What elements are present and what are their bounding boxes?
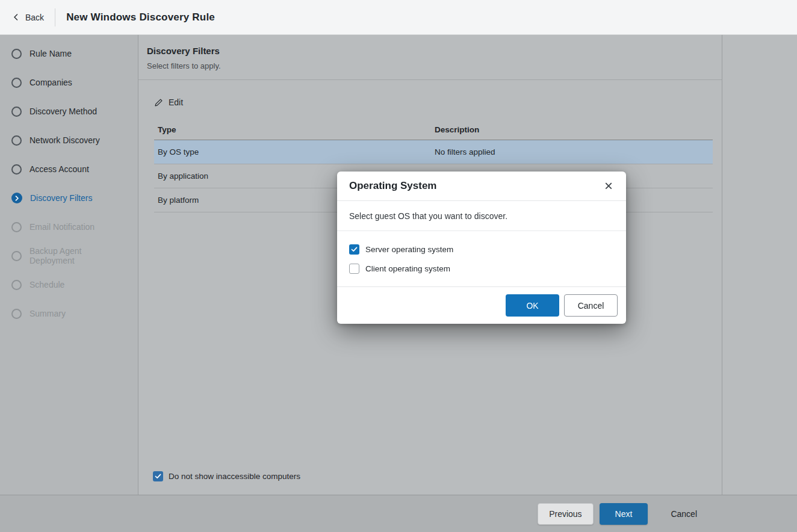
checkbox-unchecked-icon [349,264,359,274]
ok-button[interactable]: OK [506,294,559,317]
table-row-by-os-type[interactable]: By OS type No filters applied [154,140,713,164]
checkbox-label: Do not show inaccessible computers [169,472,300,481]
step-label: Discovery Method [29,107,97,116]
client-os-checkbox[interactable]: Client operating system [349,259,450,278]
option-label: Server operating system [365,245,453,254]
wizard-sidebar: Rule Name Companies Discovery Method Net… [0,35,138,495]
back-button[interactable]: Back [12,13,44,22]
sidebar-item-discovery-method[interactable]: Discovery Method [0,97,138,126]
step-circle-icon [11,251,22,261]
edit-button[interactable]: Edit [154,94,183,110]
sidebar-item-email-notification: Email Notification [0,212,138,241]
step-circle-icon [11,164,22,175]
previous-button[interactable]: Previous [538,503,593,525]
section-subtitle: Select filters to apply. [147,61,710,70]
step-label: Email Notification [29,222,95,232]
dialog-footer: OK Cancel [337,287,626,324]
cancel-button-footer[interactable]: Cancel [665,503,703,525]
sidebar-item-access-account[interactable]: Access Account [0,155,138,184]
step-circle-icon [11,222,22,232]
server-os-checkbox[interactable]: Server operating system [349,240,453,259]
step-label: Network Discovery [29,135,100,145]
cancel-button-dialog[interactable]: Cancel [564,294,618,317]
content-header: Discovery Filters Select filters to appl… [138,35,722,80]
step-label: Companies [29,78,72,87]
step-label: Backup Agent Deployment [29,246,126,265]
section-title: Discovery Filters [147,46,710,56]
dialog-options: Server operating system Client operating… [337,231,626,287]
wizard-footer: Previous Next Cancel [0,495,797,532]
dialog-title: Operating System [349,180,437,192]
step-label: Summary [29,309,66,318]
option-label: Client operating system [365,264,450,273]
table-header-row: Type Description [154,120,713,140]
chevron-left-icon [12,13,20,21]
cell-description: No filters applied [435,147,713,156]
step-active-chevron-icon [11,193,22,203]
sidebar-item-discovery-filters[interactable]: Discovery Filters [0,184,138,212]
edit-label: Edit [169,97,183,107]
page-title: New Windows Discovery Rule [66,11,215,23]
top-header: Back New Windows Discovery Rule [0,0,797,35]
dialog-description: Select guest OS that you want to discove… [337,201,626,231]
sidebar-item-summary: Summary [0,299,138,328]
step-circle-icon [11,309,22,319]
operating-system-dialog: Operating System × Select guest OS that … [337,172,626,324]
sidebar-item-backup-agent-deployment: Backup Agent Deployment [0,241,138,270]
step-label: Discovery Filters [30,193,92,203]
cell-type: By OS type [154,147,435,156]
dialog-header: Operating System × [337,172,626,201]
close-icon[interactable]: × [603,180,614,192]
header-divider [55,8,55,26]
sidebar-item-schedule: Schedule [0,270,138,299]
step-label: Rule Name [29,49,72,58]
inaccessible-computers-checkbox[interactable]: Do not show inaccessible computers [138,471,300,495]
step-circle-icon [11,135,22,146]
column-header-type: Type [154,125,435,134]
step-label: Access Account [29,164,89,174]
right-gutter [722,35,797,495]
next-button[interactable]: Next [600,503,648,525]
step-circle-icon [11,280,22,290]
step-circle-icon [11,49,22,59]
checkbox-checked-icon [153,471,163,481]
sidebar-item-network-discovery[interactable]: Network Discovery [0,126,138,155]
checkbox-checked-icon [349,244,359,255]
sidebar-item-rule-name[interactable]: Rule Name [0,39,138,68]
sidebar-item-companies[interactable]: Companies [0,68,138,97]
column-header-description: Description [435,125,713,134]
back-label: Back [25,13,44,22]
step-circle-icon [11,78,22,88]
step-label: Schedule [29,280,64,289]
pencil-icon [154,98,163,107]
step-circle-icon [11,107,22,117]
